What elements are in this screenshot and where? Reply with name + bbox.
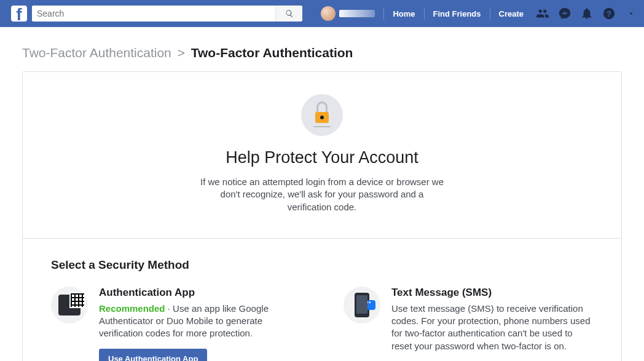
divider bbox=[490, 7, 490, 20]
hero-body: If we notice an attempted login from a d… bbox=[199, 176, 445, 213]
recommended-label: Recommended bbox=[99, 303, 165, 314]
sms-desc: Use text message (SMS) to receive verifi… bbox=[391, 303, 593, 352]
sms-title: Text Message (SMS) bbox=[391, 287, 593, 299]
nav-create[interactable]: Create bbox=[495, 9, 527, 18]
breadcrumb: Two-Factor Authentication > Two-Factor A… bbox=[0, 27, 644, 71]
username[interactable] bbox=[339, 10, 375, 17]
notifications-icon[interactable] bbox=[580, 7, 594, 20]
nav-find-friends[interactable]: Find Friends bbox=[430, 9, 485, 18]
auth-app-title: Authentication App bbox=[99, 287, 300, 299]
dropdown-icon[interactable] bbox=[624, 7, 638, 20]
breadcrumb-separator: > bbox=[178, 46, 185, 60]
methods-title: Select a Security Method bbox=[51, 258, 593, 272]
breadcrumb-current: Two-Factor Authentication bbox=[191, 46, 353, 60]
methods-section: Select a Security Method Authentication … bbox=[23, 239, 621, 361]
auth-app-desc: Recommended · Use an app like Google Aut… bbox=[99, 303, 300, 340]
nav-icons: ? bbox=[536, 7, 638, 20]
search-icon bbox=[285, 9, 294, 18]
nav-home[interactable]: Home bbox=[389, 9, 418, 18]
divider bbox=[383, 7, 384, 20]
friend-requests-icon[interactable] bbox=[536, 7, 549, 20]
method-sms: Text Message (SMS) Use text message (SMS… bbox=[344, 287, 593, 361]
lock-icon bbox=[301, 94, 343, 136]
facebook-logo[interactable]: f bbox=[11, 6, 27, 22]
messenger-icon[interactable] bbox=[558, 7, 571, 20]
main-card: Help Protect Your Account If we notice a… bbox=[22, 71, 622, 361]
search-button[interactable] bbox=[275, 6, 302, 22]
topbar: f Home Find Friends Create ? bbox=[0, 0, 644, 27]
avatar[interactable] bbox=[321, 6, 336, 21]
use-auth-app-button[interactable]: Use Authentication App bbox=[99, 349, 207, 362]
help-icon[interactable]: ? bbox=[602, 7, 616, 20]
divider bbox=[424, 7, 425, 20]
hero: Help Protect Your Account If we notice a… bbox=[23, 72, 621, 239]
sms-icon bbox=[344, 287, 380, 323]
auth-app-icon bbox=[51, 287, 88, 323]
method-auth-app: Authentication App Recommended · Use an … bbox=[51, 287, 300, 361]
hero-title: Help Protect Your Account bbox=[35, 148, 609, 167]
breadcrumb-parent[interactable]: Two-Factor Authentication bbox=[22, 46, 171, 60]
search-wrap bbox=[32, 6, 302, 22]
svg-text:?: ? bbox=[607, 9, 611, 18]
search-input[interactable] bbox=[32, 6, 275, 22]
